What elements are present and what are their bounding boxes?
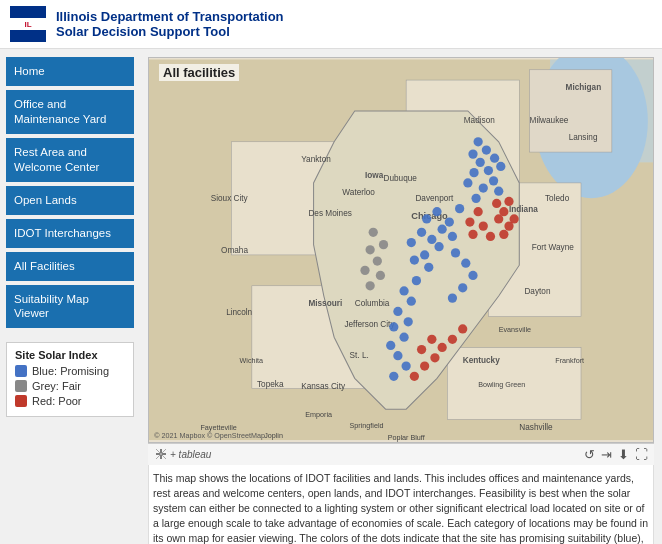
svg-text:Kentucky: Kentucky: [463, 356, 500, 365]
svg-text:Fort Wayne: Fort Wayne: [532, 243, 575, 252]
svg-point-74: [424, 263, 433, 272]
svg-point-109: [420, 361, 429, 370]
svg-point-78: [393, 307, 402, 316]
svg-point-93: [504, 197, 513, 206]
svg-text:Columbia: Columbia: [355, 299, 390, 308]
svg-point-63: [445, 217, 454, 226]
svg-point-82: [386, 341, 395, 350]
svg-point-85: [389, 372, 398, 381]
svg-point-58: [479, 183, 488, 192]
svg-point-111: [369, 228, 378, 237]
svg-point-91: [492, 199, 501, 208]
svg-point-104: [448, 335, 457, 344]
svg-point-72: [407, 238, 416, 247]
map-container[interactable]: All facilities: [148, 57, 654, 443]
app-header: IL Illinois Department of Transportation…: [0, 0, 662, 49]
svg-text:Wichita: Wichita: [240, 356, 264, 365]
svg-point-115: [360, 266, 369, 275]
svg-point-116: [376, 271, 385, 280]
svg-point-66: [422, 214, 431, 223]
svg-text:Dubuque: Dubuque: [384, 174, 418, 183]
svg-point-114: [373, 256, 382, 265]
svg-text:© 2021 Mapbox © OpenStreetMap: © 2021 Mapbox © OpenStreetMap: [154, 431, 265, 440]
tableau-label: + tableau: [170, 449, 211, 460]
main-layout: Home Office and Maintenance Yard Rest Ar…: [0, 49, 662, 544]
svg-point-60: [494, 187, 503, 196]
site-solar-legend: Site Solar Index Blue: Promising Grey: F…: [6, 342, 134, 417]
svg-point-75: [412, 276, 421, 285]
svg-text:Madison: Madison: [464, 116, 495, 125]
svg-point-68: [427, 235, 436, 244]
svg-text:Frankfort: Frankfort: [555, 356, 584, 365]
svg-point-53: [476, 158, 485, 167]
svg-point-107: [417, 345, 426, 354]
svg-point-102: [486, 232, 495, 241]
sidebar: Home Office and Maintenance Yard Rest Ar…: [0, 49, 140, 544]
share-icon[interactable]: ⇥: [601, 447, 612, 462]
legend-dot-red: [15, 395, 27, 407]
svg-text:Indiana: Indiana: [509, 205, 538, 214]
svg-point-57: [463, 178, 472, 187]
svg-point-87: [461, 259, 470, 268]
svg-point-106: [427, 335, 436, 344]
legend-label-grey: Grey: Fair: [32, 380, 81, 392]
svg-point-50: [482, 145, 491, 154]
svg-point-89: [458, 283, 467, 292]
revert-icon[interactable]: ↺: [584, 447, 595, 462]
svg-text:Emporia: Emporia: [305, 410, 332, 419]
svg-point-71: [420, 250, 429, 259]
legend-item-red: Red: Poor: [15, 395, 125, 407]
svg-point-99: [465, 217, 474, 226]
svg-text:Sioux City: Sioux City: [211, 194, 249, 203]
svg-text:Springfield: Springfield: [350, 421, 384, 430]
svg-point-61: [471, 194, 480, 203]
svg-point-90: [448, 293, 457, 302]
legend-title: Site Solar Index: [15, 349, 125, 361]
svg-point-96: [499, 230, 508, 239]
nav-home[interactable]: Home: [6, 57, 134, 86]
svg-text:Topeka: Topeka: [257, 380, 284, 389]
svg-point-69: [417, 228, 426, 237]
svg-point-52: [490, 154, 499, 163]
svg-point-49: [474, 137, 483, 146]
map-title: All facilities: [159, 64, 239, 81]
svg-text:Kansas City: Kansas City: [301, 382, 346, 391]
nav-rest-area[interactable]: Rest Area and Welcome Center: [6, 138, 134, 182]
nav-suitability-map[interactable]: Suitability Map Viewer: [6, 285, 134, 329]
svg-point-70: [434, 242, 443, 251]
svg-text:Joplin: Joplin: [264, 431, 283, 440]
header-title-line1: Illinois Department of Transportation: [56, 9, 284, 24]
svg-point-117: [366, 281, 375, 290]
svg-point-80: [389, 322, 398, 331]
svg-text:Waterloo: Waterloo: [342, 188, 375, 197]
tableau-logo: + tableau: [154, 447, 211, 461]
svg-text:Dayton: Dayton: [524, 287, 550, 296]
svg-rect-3: [10, 30, 46, 42]
download-icon[interactable]: ⬇: [618, 447, 629, 462]
nav-all-facilities[interactable]: All Facilities: [6, 252, 134, 281]
svg-point-86: [451, 248, 460, 257]
nav-office-maintenance[interactable]: Office and Maintenance Yard: [6, 90, 134, 134]
svg-point-77: [407, 297, 416, 306]
svg-point-103: [458, 324, 467, 333]
nav-open-lands[interactable]: Open Lands: [6, 186, 134, 215]
svg-point-108: [430, 353, 439, 362]
svg-point-110: [410, 372, 419, 381]
svg-point-73: [410, 255, 419, 264]
svg-text:Michigan: Michigan: [566, 83, 602, 92]
svg-point-65: [438, 225, 447, 234]
description-content: This map shows the locations of IDOT fac…: [153, 472, 648, 544]
fullscreen-icon[interactable]: ⛶: [635, 447, 648, 462]
legend-dot-blue: [15, 365, 27, 377]
svg-point-62: [432, 207, 441, 216]
svg-point-88: [468, 271, 477, 280]
header-title-line2: Solar Decision Support Tool: [56, 24, 284, 39]
description-text[interactable]: This map shows the locations of IDOT fac…: [148, 465, 654, 544]
nav-idot-interchanges[interactable]: IDOT Interchanges: [6, 219, 134, 248]
svg-text:Iowa: Iowa: [365, 171, 384, 180]
svg-point-97: [510, 214, 519, 223]
svg-point-112: [379, 240, 388, 249]
svg-text:IL: IL: [24, 20, 31, 29]
svg-point-94: [494, 214, 503, 223]
svg-text:Missouri: Missouri: [308, 299, 342, 308]
